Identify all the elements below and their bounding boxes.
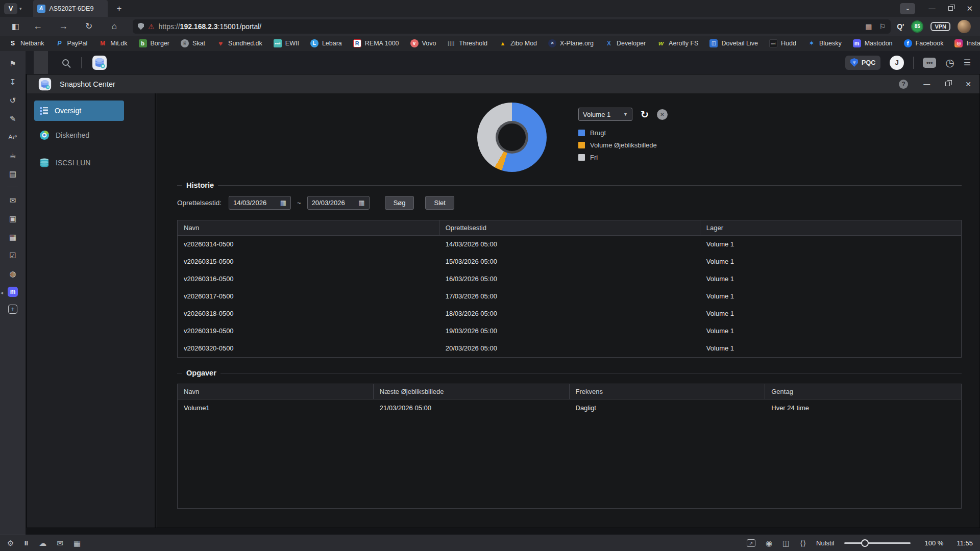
bookmark-item[interactable]: LLebara <box>305 36 348 51</box>
refresh-icon[interactable]: ↻ <box>641 110 649 119</box>
search-icon[interactable] <box>62 59 69 66</box>
page-actions-icon[interactable]: ⟨⟩ <box>800 539 806 547</box>
add-webpanel-icon[interactable]: + <box>8 305 17 314</box>
break-mode-pause-icon[interactable]: Ⅱ <box>24 540 29 546</box>
window-title-bar[interactable]: Snapshot Center ? — ✕ <box>27 74 979 93</box>
column-header[interactable]: Lager <box>700 220 961 235</box>
table-row[interactable]: v20260317-050017/03/2026 05:00Volume 1 <box>178 288 961 305</box>
calendar-icon[interactable]: ▦ <box>358 199 364 207</box>
home-icon[interactable]: ⌂ <box>106 21 122 32</box>
table-row[interactable]: v20260320-050020/03/2026 05:00Volume 1 <box>178 340 961 357</box>
calendar-icon[interactable]: ▦ <box>280 199 286 207</box>
search-button[interactable]: Søg <box>385 196 414 210</box>
column-header[interactable]: Frekvens <box>570 384 766 399</box>
nav-item-diskenhed[interactable]: Diskenhed <box>34 125 124 145</box>
mail-status-icon[interactable]: ✉ <box>57 539 63 547</box>
table-row[interactable]: Volume121/03/2026 05:00DagligtHver 24 ti… <box>178 399 961 417</box>
user-avatar-button[interactable]: J <box>890 56 904 70</box>
history-panel-icon[interactable]: ↺ <box>7 95 18 106</box>
snapshot-center-taskbar-icon[interactable] <box>92 55 107 70</box>
panel-collapse-arrow-icon[interactable]: ◂ <box>1 290 3 295</box>
column-header[interactable]: Navn <box>178 220 439 235</box>
app-restore-button[interactable] <box>945 82 950 86</box>
capture-page-icon[interactable]: ↗ <box>747 539 755 547</box>
forward-icon[interactable]: → <box>55 21 71 32</box>
bookmark-item[interactable]: MMit.dk <box>93 36 133 51</box>
mastodon-webpanel-icon[interactable]: m <box>8 287 18 297</box>
qwant-extension-icon[interactable]: Q' <box>897 22 904 31</box>
bookmark-item[interactable]: fFacebook <box>898 36 949 51</box>
vpn-button[interactable]: VPN <box>930 22 950 31</box>
tasks-panel-icon[interactable]: ☑ <box>7 250 18 261</box>
vivaldi-menu-button[interactable]: V <box>4 3 17 14</box>
site-shield-icon[interactable] <box>138 23 144 30</box>
reading-list-panel-icon[interactable]: ▤ <box>7 168 18 179</box>
zoom-slider[interactable] <box>844 542 911 544</box>
portal-desktop-tab[interactable] <box>34 51 48 74</box>
chart-close-icon[interactable]: ✕ <box>657 109 668 120</box>
bookmark-item[interactable]: PPayPal <box>50 36 93 51</box>
url-field[interactable]: ⚠ https://192.168.2.3:15001/portal/ ▦ ⚐ <box>133 19 891 34</box>
qr-code-icon[interactable]: ▦ <box>865 22 872 31</box>
bookmark-item[interactable]: SNetbank <box>3 36 50 51</box>
vivaldi-menu-caret-icon[interactable]: ▾ <box>19 6 22 11</box>
app-close-button[interactable]: ✕ <box>965 80 971 88</box>
screenshot-icon[interactable]: ◉ <box>766 539 772 547</box>
bookmark-item[interactable]: ▲Zibo Mod <box>493 36 543 51</box>
nav-item-oversigt[interactable]: Oversigt <box>34 101 124 121</box>
window-minimize-button[interactable]: — <box>928 5 935 12</box>
app-minimize-button[interactable]: — <box>923 80 930 88</box>
tab-tiling-icon[interactable]: ◫ <box>782 539 790 547</box>
zoom-reset-button[interactable]: Nulstil <box>816 539 834 547</box>
bookmark-item[interactable]: XDeveloper <box>599 36 651 51</box>
mail-panel-icon[interactable]: ✉ <box>7 195 18 206</box>
column-header[interactable]: Oprettelsestid <box>439 220 700 235</box>
profile-avatar[interactable] <box>958 20 971 33</box>
volume-select[interactable]: Volume 1 ▼ <box>578 108 632 121</box>
window-close-button[interactable]: ✕ <box>966 4 973 13</box>
feeds-panel-icon[interactable]: ◍ <box>7 268 18 279</box>
pqc-button[interactable]: ✻ PQC <box>845 56 880 70</box>
calendar-status-icon[interactable]: ▦ <box>74 539 81 547</box>
preferences-sliders-icon[interactable]: ☰ <box>964 58 971 67</box>
zoom-slider-knob[interactable] <box>861 539 869 547</box>
date-to-input[interactable]: 20/03/2026 ▦ <box>307 196 370 210</box>
closed-tabs-button[interactable]: ⌄ <box>900 3 915 14</box>
bookmark-item[interactable]: vVovo <box>405 36 442 51</box>
bookmark-item[interactable]: ♕Skat <box>175 36 211 51</box>
settings-gear-icon[interactable]: ⚙ <box>7 539 14 547</box>
certificate-warning-icon[interactable]: ⚠ <box>148 22 155 31</box>
column-header[interactable]: Næste Øjebliksbillede <box>374 384 570 399</box>
notes-panel-icon[interactable]: ✎ <box>7 113 18 124</box>
downloads-panel-icon[interactable]: ↧ <box>7 77 18 87</box>
new-tab-button[interactable]: + <box>117 4 122 14</box>
bookmark-item[interactable]: mMastodon <box>847 36 898 51</box>
bookmark-item[interactable]: wAerofly FS <box>651 36 704 51</box>
table-row[interactable]: v20260315-050015/03/2026 05:00Volume 1 <box>178 253 961 270</box>
window-restore-button[interactable] <box>948 6 953 11</box>
calendar-panel-icon[interactable]: ▦ <box>7 232 18 242</box>
sync-cloud-icon[interactable]: ☁ <box>39 539 46 547</box>
bookmark-item[interactable]: ✶Bluesky <box>802 36 847 51</box>
bookmark-item[interactable]: bBorger <box>133 36 176 51</box>
browser-tab[interactable]: A AS5202T-6DE9 <box>33 0 108 17</box>
column-header[interactable]: Gentag <box>765 384 961 399</box>
bookmark-item[interactable]: ◫Dovetail Live <box>704 36 764 51</box>
bookmark-item[interactable]: RREMA 1000 <box>348 36 405 51</box>
bookmarks-panel-icon[interactable]: ⚑ <box>7 58 18 69</box>
system-monitor-icon[interactable]: ◷ <box>945 58 954 68</box>
nav-item-iscsi-lun[interactable]: ISCSI LUN <box>34 153 124 173</box>
bookmark-item[interactable]: ✕X-Plane.org <box>543 36 599 51</box>
table-row[interactable]: v20260318-050018/03/2026 05:00Volume 1 <box>178 305 961 322</box>
reload-icon[interactable]: ↻ <box>81 21 97 32</box>
translate-panel-icon[interactable]: A⇄ <box>7 132 18 142</box>
chat-icon[interactable]: ••• <box>923 58 936 68</box>
contacts-panel-icon[interactable]: ▣ <box>7 213 18 224</box>
blocker-badge[interactable]: 85 <box>911 20 923 33</box>
bookmark-flag-icon[interactable]: ⚐ <box>879 22 886 31</box>
help-button[interactable]: ? <box>899 80 908 89</box>
table-row[interactable]: v20260314-050014/03/2026 05:00Volume 1 <box>178 236 961 253</box>
table-row[interactable]: v20260316-050016/03/2026 05:00Volume 1 <box>178 270 961 288</box>
delete-button[interactable]: Slet <box>425 196 454 210</box>
date-from-input[interactable]: 14/03/2026 ▦ <box>229 196 291 210</box>
